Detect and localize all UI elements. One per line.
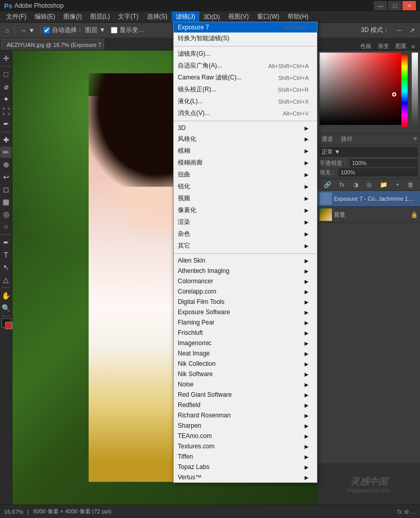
filter-menu-teamo[interactable]: TEAmo.com ▶ <box>174 431 317 441</box>
filter-menu-sharpen2[interactable]: Sharpen ▶ <box>174 420 317 431</box>
layer-item-exposure[interactable]: Exposure 7 - Co...tachrome 100VS <box>317 191 420 207</box>
filter-menu-liquify[interactable]: 液化(L)... Shift+Ctrl+X <box>174 95 317 107</box>
filter-menu-colormancer[interactable]: Colormancer ▶ <box>174 276 317 286</box>
filter-menu-tiffen[interactable]: Tiffen ▶ <box>174 451 317 462</box>
text-tool[interactable]: T <box>1 249 12 261</box>
gradient-tab[interactable]: 渐变 <box>378 42 389 50</box>
panel-options-icon[interactable]: ≡ <box>411 134 420 144</box>
layer-dropdown[interactable]: 图层 ▼ <box>85 26 105 35</box>
delete-layer-button[interactable]: 🗑 <box>408 181 414 188</box>
filter-menu-neatimage[interactable]: Neat Image ▶ <box>174 348 317 359</box>
minimize-button[interactable]: — <box>374 1 387 10</box>
home-button[interactable]: ⌂ <box>2 24 12 37</box>
filter-menu-stylize[interactable]: 风格化 ▶ <box>174 133 317 145</box>
crop-tool[interactable]: ⛶ <box>1 106 12 117</box>
filter-menu-render[interactable]: 渲染 ▶ <box>174 216 317 228</box>
hand-tool[interactable]: ✋ <box>1 290 12 301</box>
filter-menu-niksoftware[interactable]: Nik Software ▶ <box>174 369 317 379</box>
color-spectrum[interactable] <box>320 53 401 125</box>
foreground-color[interactable] <box>2 318 11 328</box>
filter-menu-exposuresoftware[interactable]: Exposure Software ▶ <box>174 307 317 317</box>
menu-help[interactable]: 帮助(H) <box>283 11 313 22</box>
filter-menu-sharpen[interactable]: 锐化 ▶ <box>174 181 317 192</box>
add-mask-button[interactable]: ◑ <box>353 181 358 188</box>
document-tab[interactable]: AEZIYUAN.jpg @ 16.7% (Exposure 7 - Color… <box>1 39 104 50</box>
history-brush-tool[interactable]: ↩ <box>1 171 12 183</box>
add-style-button[interactable]: fx <box>340 181 344 188</box>
dodge-tool[interactable]: ○ <box>1 221 12 232</box>
brush-tool[interactable]: ✏ <box>1 147 12 158</box>
color-tab[interactable]: 色板 <box>360 42 372 50</box>
close-button[interactable]: ✕ <box>402 1 416 10</box>
new-adjustment-button[interactable]: ◎ <box>366 181 372 188</box>
filter-menu-redfield[interactable]: Redfield ▶ <box>174 400 317 410</box>
heal-tool[interactable]: ✚ <box>1 134 12 145</box>
menu-layer[interactable]: 图层(L) <box>86 11 114 22</box>
new-group-button[interactable]: 📁 <box>380 181 388 188</box>
zoom-tool[interactable]: 🔍 <box>1 302 12 314</box>
channels-tab[interactable]: 通道 <box>317 134 337 144</box>
auto-select-checkbox[interactable]: 自动选择： 图层 ▼ <box>43 26 105 35</box>
menu-view[interactable]: 视图(V) <box>224 11 253 22</box>
3d-controls[interactable]: ⋯ <box>393 24 406 37</box>
select-tool[interactable]: □ <box>1 69 12 80</box>
hue-bar[interactable] <box>401 55 408 127</box>
eraser-tool[interactable]: ◻ <box>1 184 12 195</box>
filter-menu-digitalfilm[interactable]: Digital Film Tools ▶ <box>174 297 317 307</box>
opacity-input[interactable]: 100% <box>350 159 418 167</box>
background-color[interactable] <box>5 322 12 329</box>
gradient-tool[interactable]: ▦ <box>1 196 12 207</box>
blend-mode-dropdown[interactable]: 正常 ▼ <box>320 147 418 157</box>
filter-menu-3d[interactable]: 3D ▶ <box>174 123 317 133</box>
filter-menu-blurgallery[interactable]: 模糊画廊 ▶ <box>174 157 317 169</box>
move-tool-options[interactable]: ↔ ▼ <box>18 24 38 37</box>
link-layers-button[interactable]: 🔗 <box>324 181 331 188</box>
panel-menu-icon[interactable]: ≡ <box>412 43 415 50</box>
filter-menu-pixelate[interactable]: 像素化 ▶ <box>174 204 317 216</box>
filter-menu-nikcollection[interactable]: Nik Collection ▶ <box>174 359 317 369</box>
filter-menu-gallery[interactable]: 滤镜库(G)... <box>174 48 317 60</box>
clone-tool[interactable]: ⊕ <box>1 159 12 170</box>
filter-menu-noise[interactable]: 杂色 ▶ <box>174 228 317 240</box>
filter-menu-distort[interactable]: 扭曲 ▶ <box>174 169 317 181</box>
filter-menu-noise2[interactable]: Noise ▶ <box>174 379 317 390</box>
menu-file[interactable]: 文件(F) <box>2 11 30 22</box>
filter-menu-corelapp[interactable]: Corelapp.com ▶ <box>174 286 317 297</box>
filter-menu-lens[interactable]: 镜头校正(R)... Shift+Ctrl+R <box>174 84 317 95</box>
window-controls[interactable]: — □ ✕ <box>374 1 416 10</box>
filter-menu-adaptive[interactable]: 自适应广角(A)... Alt+Shift+Ctrl+A <box>174 60 317 72</box>
paths-tab[interactable]: 路径 <box>337 134 357 144</box>
auto-select-check[interactable] <box>43 27 50 34</box>
menu-window[interactable]: 窗口(W) <box>253 11 283 22</box>
filter-menu-blur[interactable]: 模糊 ▶ <box>174 145 317 157</box>
menu-3d[interactable]: 3D(D) <box>199 12 224 22</box>
pattern-tab[interactable]: 图案 <box>395 42 407 50</box>
menu-edit[interactable]: 编辑(E) <box>30 11 59 22</box>
filter-menu-frischluft[interactable]: Frischluft ▶ <box>174 328 317 338</box>
share-button[interactable]: ↗ <box>407 24 418 37</box>
filter-menu-vertus[interactable]: Vertus™ ▶ <box>174 472 317 482</box>
eyedropper-tool[interactable]: ✒ <box>1 118 12 130</box>
filter-menu-imagenomic[interactable]: Imagenomic ▶ <box>174 338 317 348</box>
filter-menu-vanish[interactable]: 消失点(V)... Alt+Ctrl+V <box>174 107 317 119</box>
filter-menu-flamingpear[interactable]: Flaming Pear ▶ <box>174 317 317 328</box>
show-transform-input[interactable] <box>111 27 117 34</box>
zoom-level[interactable]: 16.67% <box>4 509 23 515</box>
path-select-tool[interactable]: ↖ <box>1 262 12 273</box>
filter-menu-topaz[interactable]: Topaz Labs ▶ <box>174 462 317 472</box>
blur-tool[interactable]: ◎ <box>1 208 12 220</box>
filter-menu-video[interactable]: 视频 ▶ <box>174 192 317 204</box>
fill-input[interactable]: 100% <box>339 168 418 176</box>
lasso-tool[interactable]: ⌀ <box>1 81 12 92</box>
filter-menu-other[interactable]: 其它 ▶ <box>174 240 317 252</box>
show-transform-check[interactable]: 显示变… <box>111 26 144 35</box>
filter-menu-cameraraw[interactable]: Camera Raw 滤镜(C)... Shift+Ctrl+A <box>174 72 317 84</box>
move-tool[interactable]: ✛ <box>1 53 12 64</box>
menu-text[interactable]: 文字(T) <box>114 11 142 22</box>
maximize-button[interactable]: □ <box>388 1 401 10</box>
menu-image[interactable]: 图像(I) <box>59 11 86 22</box>
opacity-bar[interactable] <box>412 53 418 125</box>
filter-menu-exposure7[interactable]: Exposure 7 Alt+Ctrl+F <box>174 22 317 33</box>
filter-menu-richardrosenman[interactable]: Richard Rosenman ▶ <box>174 410 317 420</box>
quick-select-tool[interactable]: ✦ <box>1 93 12 105</box>
